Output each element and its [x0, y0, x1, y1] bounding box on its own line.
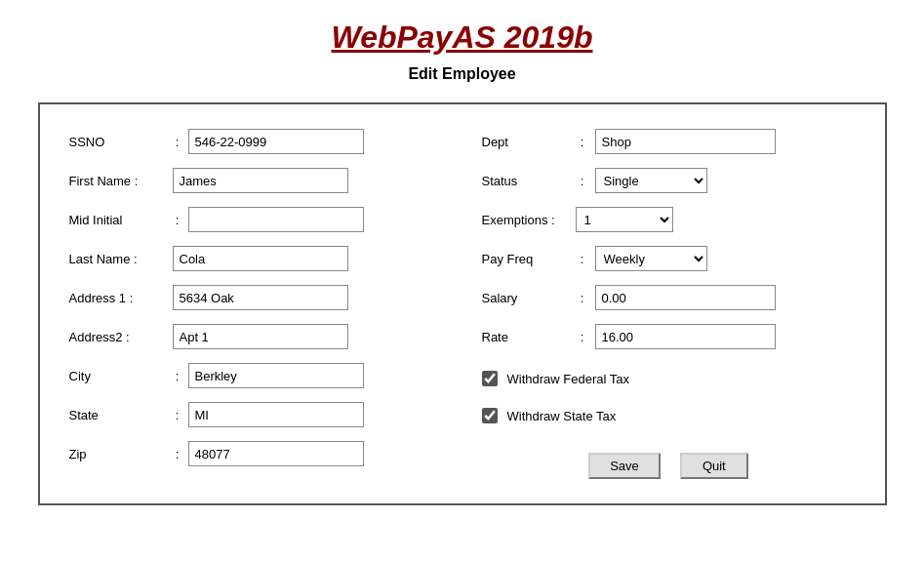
rate-colon: : — [576, 330, 589, 344]
dept-input[interactable] — [595, 129, 776, 154]
rate-row: Rate : — [482, 324, 856, 349]
dept-label: Dept — [482, 135, 570, 149]
state-tax-label: Withdraw State Tax — [507, 409, 617, 423]
page-heading: Edit Employee — [408, 65, 515, 83]
form-container: SSNO : First Name : Mid Initial : Last N… — [38, 102, 887, 505]
ssno-input[interactable] — [188, 129, 364, 154]
form-layout: SSNO : First Name : Mid Initial : Last N… — [69, 129, 856, 479]
rate-input[interactable] — [595, 324, 776, 349]
midinit-colon: : — [173, 213, 182, 227]
button-row: Save Quit — [482, 453, 856, 479]
state-label: State — [69, 408, 167, 422]
payfreq-label: Pay Freq — [482, 252, 570, 266]
zip-colon: : — [173, 447, 182, 461]
save-button[interactable]: Save — [588, 453, 661, 479]
ssno-colon: : — [173, 135, 182, 149]
federal-tax-row: Withdraw Federal Tax — [482, 371, 856, 386]
state-input[interactable] — [188, 402, 364, 427]
salary-label: Salary — [482, 291, 570, 305]
exemptions-row: Exemptions : 0 1 2 3 4 5 — [482, 207, 856, 232]
exemptions-select[interactable]: 0 1 2 3 4 5 — [576, 207, 673, 232]
federal-tax-checkbox[interactable] — [482, 371, 498, 386]
exemptions-label: Exemptions : — [482, 213, 570, 227]
dept-colon: : — [576, 135, 589, 149]
zip-label: Zip — [69, 447, 167, 461]
address1-label: Address 1 : — [69, 291, 167, 305]
state-row: State : — [69, 402, 443, 427]
salary-input[interactable] — [595, 285, 776, 310]
city-label: City — [69, 369, 167, 383]
lastname-input[interactable] — [173, 246, 348, 271]
status-select[interactable]: Single Married — [595, 168, 707, 193]
state-tax-row: Withdraw State Tax — [482, 408, 856, 423]
zip-input[interactable] — [188, 441, 364, 466]
address2-label: Address2 : — [69, 330, 167, 344]
city-input[interactable] — [188, 363, 364, 388]
address2-input[interactable] — [173, 324, 348, 349]
midinit-label: Mid Initial — [69, 213, 167, 227]
app-title: WebPayAS 2019b — [332, 20, 593, 56]
form-right: Dept : Status : Single Married Exemption… — [482, 129, 856, 479]
status-label: Status — [482, 174, 570, 188]
quit-button[interactable]: Quit — [680, 453, 748, 479]
midinit-row: Mid Initial : — [69, 207, 443, 232]
dept-row: Dept : — [482, 129, 856, 154]
state-tax-checkbox[interactable] — [482, 408, 498, 423]
rate-label: Rate — [482, 330, 570, 344]
ssno-row: SSNO : — [69, 129, 443, 154]
zip-row: Zip : — [69, 441, 443, 466]
firstname-label: First Name : — [69, 174, 167, 188]
payfreq-row: Pay Freq : Weekly Bi-Weekly Monthly — [482, 246, 856, 271]
payfreq-select[interactable]: Weekly Bi-Weekly Monthly — [595, 246, 707, 271]
midinit-input[interactable] — [188, 207, 364, 232]
city-row: City : — [69, 363, 443, 388]
status-colon: : — [576, 174, 589, 188]
lastname-row: Last Name : — [69, 246, 443, 271]
status-row: Status : Single Married — [482, 168, 856, 193]
address2-row: Address2 : — [69, 324, 443, 349]
firstname-row: First Name : — [69, 168, 443, 193]
city-colon: : — [173, 369, 182, 383]
address1-row: Address 1 : — [69, 285, 443, 310]
federal-tax-label: Withdraw Federal Tax — [507, 372, 629, 386]
salary-row: Salary : — [482, 285, 856, 310]
salary-colon: : — [576, 291, 589, 305]
address1-input[interactable] — [173, 285, 348, 310]
ssno-label: SSNO — [69, 135, 167, 149]
lastname-label: Last Name : — [69, 252, 167, 266]
form-left: SSNO : First Name : Mid Initial : Last N… — [69, 129, 443, 479]
payfreq-colon: : — [576, 252, 589, 266]
state-colon: : — [173, 408, 182, 422]
firstname-input[interactable] — [173, 168, 348, 193]
